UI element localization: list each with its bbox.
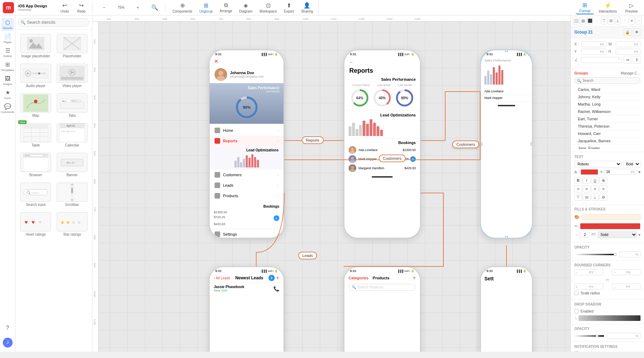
undo-button[interactable]: ↩ Undo (57, 1, 72, 14)
rp-corner-tl-input[interactable]: 30 (579, 270, 588, 274)
rp-eye-icon[interactable]: 👁 (633, 28, 640, 36)
rpi-text-top[interactable]: ⊤ (601, 17, 607, 24)
name-item-4[interactable]: Earl, Turner (574, 115, 640, 123)
rp-stroke-swatch[interactable] (580, 223, 640, 229)
rp-lock-icon[interactable]: 🔒 (624, 28, 631, 36)
fmt-underline[interactable]: U (591, 177, 599, 184)
rp-shadow-enabled-checkbox[interactable] (574, 309, 579, 313)
stencil-table[interactable]: New Table (19, 122, 52, 149)
stencil-banner[interactable]: 88 x 31 Banner (55, 151, 89, 178)
rp-corner-link-icon[interactable]: ∞ (605, 277, 610, 282)
format-tab[interactable]: ⊞ Format (576, 1, 594, 14)
fmt-strikethrough[interactable]: S̶ (600, 177, 607, 184)
stencils-search-input[interactable] (18, 18, 89, 27)
rpi-more[interactable]: ⋯ (636, 17, 642, 24)
sharing-button[interactable]: 👤 Sharing (298, 1, 316, 14)
name-item-7[interactable]: Jacqueline, Barnes (574, 137, 640, 145)
rp-groups-search[interactable] (574, 77, 640, 84)
rp-font-weight-select[interactable]: Bold Regular Italic (623, 161, 640, 167)
name-item-1[interactable]: Johnny, Kelly (574, 93, 640, 101)
sidebar-stencils[interactable]: ⬡ Stencils (1, 18, 14, 31)
stencil-placeholder[interactable]: Placeholder (55, 33, 89, 59)
stencil-heart-ratings[interactable]: ♥ ♥ ♥ Heart ratings (19, 211, 52, 238)
interactions-tab[interactable]: ⚡ Interactions (595, 1, 621, 14)
rpi-align-left[interactable]: ⬜ (573, 17, 579, 24)
rpi-align-right[interactable]: ⬛ (587, 17, 593, 24)
workspace-button[interactable]: ⊡ Workspace (257, 1, 280, 14)
sidebar-templates[interactable]: ⊞ Templates (1, 60, 14, 73)
rp-opacity-slider[interactable] (574, 254, 616, 255)
rp-w-input[interactable]: 121 (618, 42, 633, 46)
preview-tab[interactable]: ▷ Preview (622, 1, 641, 14)
stencil-map[interactable]: Map (19, 92, 52, 119)
components-button[interactable]: ⊕ Components (170, 1, 195, 14)
rp-opacity-input[interactable]: 100 (621, 252, 634, 256)
rp-text-color-swatch[interactable] (581, 169, 598, 175)
rp-corner-bl-input[interactable]: 30 (579, 285, 588, 288)
rp-notif-enabled-checkbox[interactable] (574, 351, 579, 352)
nav-leads[interactable]: Leads › (210, 180, 284, 191)
stencil-image-placeholder[interactable]: Image placeholder (19, 33, 52, 59)
rpi-text-mid[interactable]: ⊟ (608, 17, 614, 24)
rp-angle-input[interactable]: 0 (583, 58, 617, 62)
fmt-settings[interactable]: ⚙ (600, 194, 607, 201)
sidebar-images[interactable]: 🖼 Images (1, 74, 14, 87)
zoom-level[interactable]: 75% (113, 5, 129, 10)
rp-fill-swatch[interactable] (582, 214, 640, 220)
name-item-8[interactable]: Jane, Fowler (574, 145, 640, 149)
rp-corner-tr-input[interactable]: 30 (616, 270, 626, 274)
fmt-valign-bot[interactable]: ⊥ (591, 194, 599, 201)
stencil-scrollbar[interactable]: Scrollbar (55, 181, 89, 208)
stencil-video-player[interactable]: Video player (55, 62, 89, 89)
rp-corner-br-input[interactable]: 30 (616, 285, 625, 288)
zoom-out-button[interactable]: − (97, 4, 112, 11)
name-item-3[interactable]: Rachel, Williamson (574, 108, 640, 115)
fmt-align-justify[interactable]: ≡ (600, 185, 607, 192)
fmt-align-center[interactable]: ≡ (583, 185, 590, 192)
rp-stroke-width[interactable] (580, 232, 590, 238)
rp-scale-radius-checkbox[interactable] (574, 291, 579, 295)
stencil-audio-player[interactable]: Audio player (19, 62, 52, 89)
logo[interactable]: m (3, 2, 14, 13)
stencil-search-input[interactable]: Search Search input (19, 181, 52, 208)
name-item-2[interactable]: Martha, Long (574, 101, 640, 108)
name-item-5[interactable]: Theresa, Peterson (574, 123, 640, 130)
rp-stroke-type[interactable]: Solid Dashed Dotted (597, 231, 637, 238)
stencil-calendar[interactable]: April 22 S M T W T F S Calendar (55, 122, 89, 149)
zoom-in-button[interactable]: + (130, 4, 146, 11)
sidebar-icons[interactable]: ★ Icons (1, 88, 14, 101)
fmt-valign-top[interactable]: ⊤ (574, 194, 582, 201)
fmt-align-left[interactable]: ≡ (574, 185, 582, 192)
canvas-area[interactable]: 300 400 500 600 700 800 900 1000 1100 12… (92, 15, 570, 352)
rp-shadow-opacity-slider[interactable] (574, 335, 604, 337)
sidebar-comments[interactable]: 💬 Comments (1, 102, 14, 115)
rp-h-input[interactable]: 36 (618, 50, 633, 53)
stencil-star-ratings[interactable]: ★ ★ ★ ★ Star ratings (55, 211, 89, 238)
redo-button[interactable]: ↪ Redo (74, 1, 89, 14)
ungroup-button[interactable]: ⊞ Ungroup (196, 1, 215, 14)
fmt-bold[interactable]: B (574, 177, 582, 184)
arrange-button[interactable]: ⧉ Arrange (217, 1, 235, 14)
rpi-flip-v[interactable]: ⇕ (633, 56, 640, 64)
rp-font-size-input[interactable] (606, 170, 629, 174)
rp-manage-label[interactable]: Manage C… (621, 71, 640, 75)
diagram-button[interactable]: ◈ Diagram (236, 1, 255, 14)
export-button[interactable]: ⬆ Export (281, 1, 297, 14)
sidebar-pages[interactable]: 📄 Pages (1, 32, 14, 45)
fmt-valign-mid[interactable]: ⊟ (583, 194, 590, 201)
rp-shadow-opacity-input[interactable]: 75 (609, 334, 634, 338)
sidebar-outline[interactable]: ☰ Outline (1, 46, 14, 59)
sidebar-user-avatar[interactable]: J (1, 336, 14, 349)
rp-y-input[interactable]: 433 (583, 50, 598, 53)
rp-font-select[interactable]: Roboto (574, 161, 622, 167)
nav-products[interactable]: Products › (210, 191, 284, 201)
stencil-tabs[interactable]: Tab 1 Tab 2 Tabs (55, 92, 89, 119)
nav-home[interactable]: Home › (210, 125, 284, 136)
rpi-bars[interactable]: ≡ (629, 17, 635, 24)
nav-customers[interactable]: Customers › (210, 170, 284, 180)
rpi-flip-h[interactable]: ⇔ (624, 56, 631, 64)
name-item-0[interactable]: Carlos, Ward (574, 86, 640, 93)
nav-settings[interactable]: Settings › (210, 229, 284, 238)
fmt-italic[interactable]: I (583, 177, 590, 184)
sidebar-help[interactable]: ? (1, 322, 14, 334)
